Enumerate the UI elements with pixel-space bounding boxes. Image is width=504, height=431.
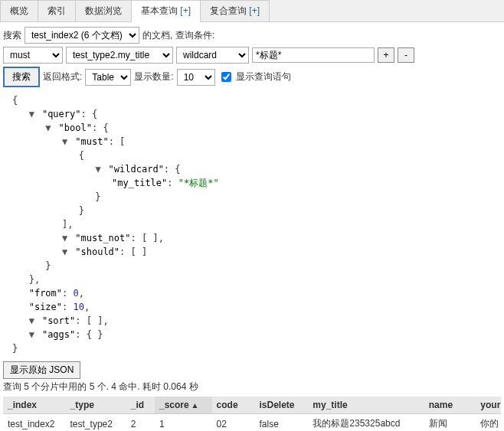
show-raw-json-button[interactable]: 显示原始 JSON bbox=[3, 361, 80, 379]
search-label-mid: 的文档, 查询条件: bbox=[142, 29, 214, 42]
field-select[interactable]: test_type2.my_title bbox=[66, 47, 173, 64]
search-index-row: 搜索 test_index2 (6 个文档) 的文档, 查询条件: bbox=[3, 27, 501, 44]
results-table: _index_type_id_score ▲codeisDeletemy_tit… bbox=[3, 397, 501, 431]
tab-4[interactable]: 复合查询 [+] bbox=[200, 0, 270, 21]
tab-plus-icon[interactable]: [+] bbox=[247, 5, 260, 16]
col-code[interactable]: code bbox=[212, 397, 255, 414]
cell-my_title: 我的标题235325abcd bbox=[308, 414, 424, 432]
bool-type-select[interactable]: must bbox=[3, 47, 63, 64]
col-my_title[interactable]: my_title bbox=[308, 397, 424, 414]
cell-_id: 2 bbox=[126, 414, 155, 432]
query-json-preview: { ▼ "query": { ▼ "bool": { ▼ "must": [ {… bbox=[3, 90, 501, 361]
tab-1[interactable]: 索引 bbox=[38, 0, 76, 21]
value-input[interactable] bbox=[252, 47, 375, 63]
result-status: 查询 5 个分片中用的 5 个. 4 命中. 耗时 0.064 秒 bbox=[3, 379, 501, 397]
page-size-select[interactable]: 10 bbox=[177, 69, 215, 86]
col-_index[interactable]: _index bbox=[3, 397, 66, 414]
col-_score[interactable]: _score ▲ bbox=[155, 397, 212, 414]
controls-row: 搜索 返回格式: Table 显示数量: 10 显示查询语句 bbox=[3, 67, 501, 87]
show-query-checkbox[interactable] bbox=[221, 72, 231, 82]
cell-name: 新闻 bbox=[424, 414, 476, 432]
col-_id[interactable]: _id bbox=[126, 397, 155, 414]
page-size-label: 显示数量: bbox=[134, 70, 173, 83]
return-format-label: 返回格式: bbox=[43, 70, 82, 83]
cell-code: 02 bbox=[212, 414, 255, 432]
index-select[interactable]: test_index2 (6 个文档) bbox=[25, 27, 139, 44]
cell-your: 你的 bbox=[476, 414, 501, 432]
sort-asc-icon: ▲ bbox=[189, 401, 199, 410]
show-query-label: 显示查询语句 bbox=[236, 70, 291, 83]
col-_type[interactable]: _type bbox=[66, 397, 126, 414]
cell-_score: 1 bbox=[155, 414, 212, 432]
query-clause-row: must test_type2.my_title wildcard + - bbox=[3, 47, 501, 64]
return-format-select[interactable]: Table bbox=[85, 69, 131, 86]
search-button[interactable]: 搜索 bbox=[3, 67, 40, 87]
tab-bar: 概览索引数据浏览基本查询 [+]复合查询 [+] bbox=[0, 0, 504, 22]
col-name[interactable]: name bbox=[424, 397, 476, 414]
remove-clause-button[interactable]: - bbox=[398, 47, 414, 63]
add-clause-button[interactable]: + bbox=[378, 47, 394, 63]
cell-isDelete: false bbox=[254, 414, 308, 432]
table-row[interactable]: test_index2test_type22102false我的标题235325… bbox=[3, 414, 501, 432]
search-label: 搜索 bbox=[3, 29, 21, 42]
col-isDelete[interactable]: isDelete bbox=[254, 397, 308, 414]
tab-3[interactable]: 基本查询 [+] bbox=[131, 0, 201, 22]
operator-select[interactable]: wildcard bbox=[176, 47, 249, 64]
cell-_type: test_type2 bbox=[66, 414, 126, 432]
col-your[interactable]: your bbox=[476, 397, 501, 414]
cell-_index: test_index2 bbox=[3, 414, 66, 432]
tab-2[interactable]: 数据浏览 bbox=[75, 0, 132, 21]
tab-0[interactable]: 概览 bbox=[0, 0, 38, 21]
tab-plus-icon[interactable]: [+] bbox=[178, 5, 191, 16]
